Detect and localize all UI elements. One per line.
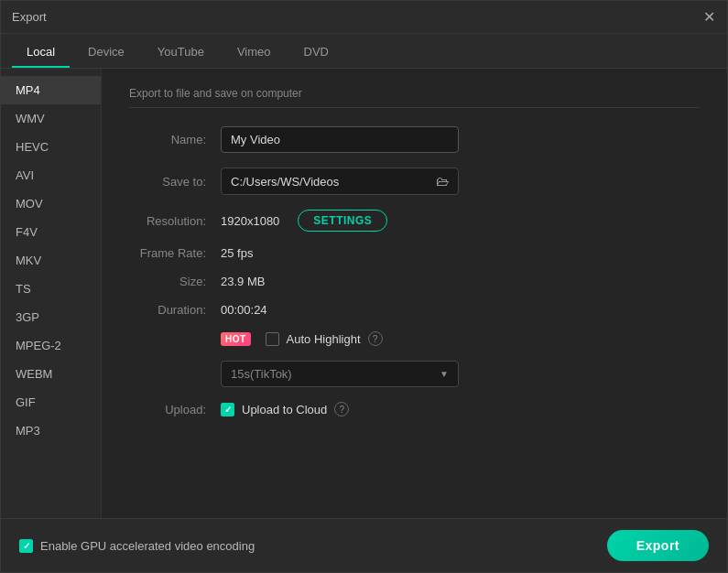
auto-highlight-controls: HOT Auto Highlight ? (221, 331, 383, 346)
duration-label: Duration: (129, 303, 221, 317)
export-button[interactable]: Export (607, 530, 709, 561)
duration-row: Duration: 00:00:24 (129, 303, 700, 317)
gpu-row: Enable GPU accelerated video encoding (19, 539, 255, 553)
sidebar-item-webm[interactable]: WEBM (1, 360, 101, 388)
saveto-label: Save to: (129, 175, 221, 189)
upload-cloud-checkbox[interactable] (221, 403, 234, 416)
export-window: Export ✕ Local Device YouTube Vimeo DVD … (0, 0, 728, 573)
sidebar-item-gif[interactable]: GIF (1, 388, 101, 416)
sidebar-item-avi[interactable]: AVI (1, 161, 101, 189)
tab-vimeo[interactable]: Vimeo (223, 38, 286, 68)
auto-highlight-checkbox[interactable] (266, 332, 279, 346)
tab-dvd[interactable]: DVD (289, 38, 343, 68)
resolution-row: Resolution: 1920x1080 SETTINGS (129, 210, 700, 232)
duration-value: 00:00:24 (221, 303, 267, 317)
sidebar-item-wmv[interactable]: WMV (1, 104, 101, 133)
section-title: Export to file and save on computer (129, 87, 700, 108)
bottom-bar: Enable GPU accelerated video encoding Ex… (1, 518, 727, 572)
sidebar-item-mkv[interactable]: MKV (1, 246, 101, 275)
main-panel: Export to file and save on computer Name… (102, 69, 727, 518)
framerate-label: Frame Rate: (129, 246, 221, 260)
auto-highlight-row: HOT Auto Highlight ? (129, 331, 700, 346)
sidebar-item-f4v[interactable]: F4V (1, 218, 101, 246)
framerate-value: 25 fps (221, 246, 253, 260)
window-title: Export (12, 10, 47, 24)
close-button[interactable]: ✕ (701, 10, 716, 25)
hot-badge: HOT (221, 332, 251, 346)
sidebar-item-ts[interactable]: TS (1, 275, 101, 303)
upload-cloud-help-icon[interactable]: ? (334, 402, 349, 416)
resolution-value: 1920x1080 (221, 214, 279, 228)
path-value: C:/Users/WS/Videos (231, 175, 436, 189)
resolution-value-row: 1920x1080 SETTINGS (221, 210, 387, 232)
gpu-checkbox[interactable] (19, 539, 33, 553)
dropdown-arrow-icon: ▼ (440, 369, 449, 379)
upload-label: Upload: (129, 403, 221, 416)
gpu-label: Enable GPU accelerated video encoding (40, 539, 255, 553)
name-input[interactable] (221, 126, 459, 153)
name-label: Name: (129, 133, 221, 146)
settings-button[interactable]: SETTINGS (298, 210, 387, 232)
name-row: Name: (129, 126, 700, 153)
resolution-label: Resolution: (129, 214, 221, 228)
tab-device[interactable]: Device (73, 38, 139, 68)
tab-bar: Local Device YouTube Vimeo DVD (1, 34, 727, 69)
framerate-row: Frame Rate: 25 fps (129, 246, 700, 260)
format-sidebar: MP4 WMV HEVC AVI MOV F4V MKV TS 3GP MPEG… (1, 69, 102, 518)
size-row: Size: 23.9 MB (129, 275, 700, 288)
tab-local[interactable]: Local (12, 38, 70, 68)
tiktok-dropdown[interactable]: 15s(TikTok) ▼ (221, 361, 459, 387)
saveto-row: Save to: C:/Users/WS/Videos 🗁 (129, 168, 700, 195)
tab-youtube[interactable]: YouTube (143, 38, 219, 68)
title-bar: Export ✕ (1, 1, 727, 34)
auto-highlight-text: Auto Highlight (287, 332, 361, 346)
sidebar-item-hevc[interactable]: HEVC (1, 133, 101, 161)
folder-icon[interactable]: 🗁 (436, 174, 449, 189)
upload-cloud-text: Upload to Cloud (242, 403, 327, 416)
path-selector[interactable]: C:/Users/WS/Videos 🗁 (221, 168, 459, 195)
tiktok-option-label: 15s(TikTok) (231, 367, 292, 381)
sidebar-item-mp4[interactable]: MP4 (1, 76, 101, 104)
sidebar-item-mpeg2[interactable]: MPEG-2 (1, 331, 101, 360)
size-value: 23.9 MB (221, 275, 265, 288)
size-label: Size: (129, 275, 221, 288)
upload-controls: Upload to Cloud ? (221, 402, 349, 416)
sidebar-item-mov[interactable]: MOV (1, 189, 101, 218)
auto-highlight-help-icon[interactable]: ? (368, 331, 383, 346)
sidebar-item-3gp[interactable]: 3GP (1, 303, 101, 331)
sidebar-item-mp3[interactable]: MP3 (1, 416, 101, 445)
upload-row: Upload: Upload to Cloud ? (129, 402, 700, 416)
content-area: MP4 WMV HEVC AVI MOV F4V MKV TS 3GP MPEG… (1, 69, 727, 518)
